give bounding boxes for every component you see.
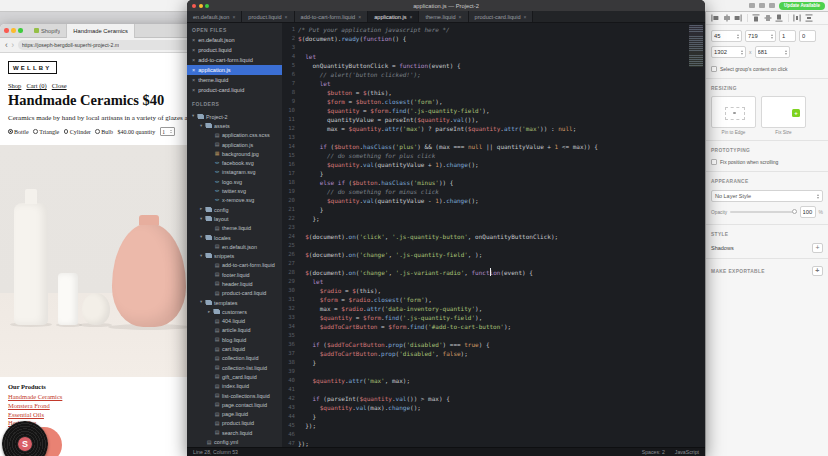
close-tab-icon[interactable] [358, 14, 361, 20]
close-tab-icon[interactable] [524, 14, 527, 20]
language-mode[interactable]: JavaScript [675, 449, 699, 455]
tree-item[interactable]: facebook.svg [187, 158, 282, 167]
battery-icon[interactable] [769, 3, 775, 8]
opacity-slider[interactable] [730, 211, 796, 213]
y-position-field[interactable]: 719 [745, 30, 776, 42]
superhi-record-player[interactable]: S [0, 413, 72, 456]
close-window-button[interactable] [4, 28, 9, 33]
close-tab-icon[interactable] [459, 14, 462, 20]
open-file-item[interactable]: application.js [187, 65, 282, 75]
code-editor[interactable]: 1 /* Put your application javascript her… [282, 23, 705, 447]
indent-setting[interactable]: Spaces: 2 [642, 449, 665, 455]
tree-item[interactable]: background.jpg [187, 149, 282, 158]
align-center-horizontal-icon[interactable] [723, 14, 731, 22]
open-file-item[interactable]: en.default.json [187, 35, 282, 45]
status-menu-icon[interactable] [749, 3, 755, 8]
tree-item[interactable]: list-collections.liquid [187, 391, 282, 400]
close-file-icon[interactable] [192, 37, 195, 43]
editor-tab[interactable]: application.js [368, 11, 419, 22]
tree-item[interactable]: index.liquid [187, 382, 282, 391]
tree-item[interactable]: twitter.svg [187, 186, 282, 195]
stepper-icon[interactable] [741, 50, 743, 55]
tree-item[interactable]: layout [187, 214, 282, 223]
tree-item[interactable]: add-to-cart-form.liquid [187, 261, 282, 270]
site-nav-link[interactable]: Cart (0) [26, 82, 46, 89]
open-file-item[interactable]: theme.liquid [187, 75, 282, 85]
tree-item[interactable]: page.contact.liquid [187, 400, 282, 409]
close-file-icon[interactable] [192, 87, 195, 93]
tree-item[interactable]: snippets [187, 251, 282, 260]
product-link[interactable]: Handmade Ceramics [8, 393, 62, 400]
fix-position-checkbox[interactable] [711, 159, 717, 165]
tree-item[interactable]: logo.svg [187, 177, 282, 186]
align-right-icon[interactable] [734, 14, 742, 22]
tree-item[interactable]: assets [187, 121, 282, 130]
tree-item[interactable]: x-remove.svg [187, 196, 282, 205]
editor-tab[interactable]: add-to-cart-form.liquid [295, 11, 369, 22]
add-constraint-icon[interactable] [792, 109, 800, 117]
site-logo[interactable]: WELLBY [8, 61, 57, 74]
rotation-field[interactable]: 1 [779, 30, 796, 42]
close-tab-icon[interactable] [232, 14, 235, 20]
tree-item[interactable]: page.liquid [187, 410, 282, 419]
editor-tab[interactable]: theme.liquid [419, 11, 468, 22]
x-position-field[interactable]: 45 [711, 30, 742, 42]
select-group-checkbox[interactable] [711, 66, 717, 72]
tree-item[interactable]: config [187, 205, 282, 214]
tree-item[interactable]: collection.liquid [187, 354, 282, 363]
add-export-button[interactable] [812, 266, 823, 276]
quantity-stepper[interactable]: 1 [160, 127, 175, 136]
wifi-icon[interactable] [759, 3, 765, 8]
distribute-horizontal-icon[interactable] [793, 14, 801, 22]
site-nav-link[interactable]: Close [52, 82, 67, 89]
add-shadow-button[interactable] [812, 243, 823, 253]
variant-radio[interactable]: Triangle [33, 129, 59, 135]
forward-button[interactable] [11, 41, 14, 50]
radius-field[interactable]: 0 [799, 30, 816, 42]
close-tab-icon[interactable] [410, 14, 413, 20]
align-top-icon[interactable] [752, 14, 760, 22]
zoom-window-button[interactable] [18, 28, 23, 33]
tree-item[interactable]: customers [187, 307, 282, 316]
editor-tab[interactable]: en.default.json [187, 11, 242, 22]
close-file-icon[interactable] [192, 77, 195, 83]
close-tab-icon[interactable] [285, 14, 288, 20]
minimize-window-button[interactable] [11, 28, 16, 33]
editor-tab[interactable]: product.liquid [242, 11, 294, 22]
width-field[interactable]: 1302 [711, 46, 746, 58]
open-file-item[interactable]: add-to-cart-form.liquid [187, 55, 282, 65]
tree-item[interactable]: search.liquid [187, 428, 282, 437]
browser-tab-shopify[interactable]: Shopify [28, 24, 68, 38]
stepper-icon[interactable] [771, 34, 773, 39]
tree-item[interactable]: locales [187, 233, 282, 242]
slider-knob[interactable] [792, 209, 797, 214]
close-file-icon[interactable] [192, 57, 195, 63]
tree-item[interactable]: gift_card.liquid [187, 372, 282, 381]
variant-radio[interactable]: Cylinder [64, 129, 91, 135]
variant-radio[interactable]: Bulb [95, 129, 113, 135]
tree-item[interactable]: config.yml [187, 437, 282, 446]
tree-item[interactable]: application.js [187, 140, 282, 149]
tree-item[interactable]: product-card.liquid [187, 289, 282, 298]
align-left-icon[interactable] [711, 14, 719, 22]
tree-item[interactable]: en.default.json [187, 242, 282, 251]
product-link[interactable]: Monstera Frond [8, 402, 62, 409]
tree-item[interactable]: instagram.svg [187, 168, 282, 177]
tree-item[interactable]: Project-2 [187, 112, 282, 121]
distribute-vertical-icon[interactable] [805, 14, 813, 22]
tree-item[interactable]: collection-list.liquid [187, 363, 282, 372]
close-file-icon[interactable] [192, 67, 195, 73]
tree-item[interactable]: product.liquid [187, 419, 282, 428]
open-file-item[interactable]: product.liquid [187, 45, 282, 55]
site-nav-link[interactable]: Shop [8, 82, 21, 89]
open-file-item[interactable]: product-card.liquid [187, 85, 282, 95]
variant-radio[interactable]: Bottle [8, 129, 29, 135]
tree-item[interactable]: application.css.scss [187, 131, 282, 140]
tree-item[interactable]: cart.liquid [187, 344, 282, 353]
tree-item[interactable]: templates [187, 298, 282, 307]
tree-item[interactable]: article.liquid [187, 326, 282, 335]
stepper-arrows-icon[interactable] [170, 130, 172, 133]
layer-style-select[interactable]: No Layer Style [711, 190, 823, 202]
pin-to-edge-widget[interactable] [711, 96, 756, 128]
height-field[interactable]: 681 [755, 46, 790, 58]
